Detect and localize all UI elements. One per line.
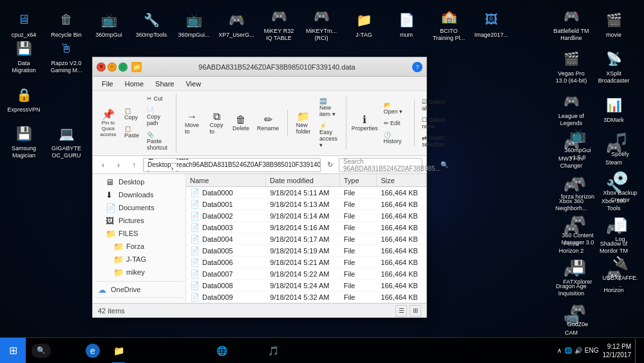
ribbon-cut-button[interactable]: ✂ Cut bbox=[144, 93, 171, 104]
desktop-icon-mikeytm[interactable]: 🎮 MiKEYTm... (RCi) bbox=[301, 3, 342, 44]
start-button[interactable]: ⊞ bbox=[0, 338, 26, 364]
ribbon-pin-button[interactable]: 📌 Pin to Quickaccess bbox=[97, 108, 120, 139]
nav-item-files[interactable]: 📁 FILES bbox=[93, 227, 185, 240]
desktop-icon-spotify[interactable]: 🎵 Spotify bbox=[600, 123, 641, 164]
minimize-button[interactable]: − bbox=[108, 63, 117, 72]
desktop-icon-360content[interactable]: 🎮 360 Content Manager 3.0 bbox=[557, 208, 598, 249]
ribbon-open-button[interactable]: 📂 Open ▾ bbox=[381, 100, 410, 117]
ribbon-selectnone-button[interactable]: ☐ Select none bbox=[419, 115, 448, 132]
address-path[interactable]: 🖥 Desktop › ... › halo reach › 96ABDA831… bbox=[143, 158, 321, 172]
taskbar-app2[interactable]: 🎵 bbox=[260, 338, 286, 364]
taskbar-app1[interactable]: ▣ bbox=[234, 338, 260, 364]
table-row[interactable]: 📄 Data0008 9/18/2014 5:24 AM File 166,46… bbox=[186, 280, 426, 291]
nav-item-pictures[interactable]: 🖼 Pictures bbox=[93, 214, 185, 227]
desktop-icon-360mpgui1[interactable]: 📺 360mpGui bbox=[88, 3, 129, 44]
desktop-icon-vegas[interactable]: 🎬 Vegas Pro 13.0 (64-bit) bbox=[551, 46, 592, 87]
ribbon-copyto-button[interactable]: ⧉ Copyto bbox=[205, 110, 228, 137]
desktop-icon-forza-h[interactable]: 🎮 forza horizon bbox=[557, 165, 598, 206]
ribbon-selectall-button[interactable]: ☑ Select all bbox=[419, 97, 448, 113]
desktop-icon-bcito[interactable]: 🏫 BCITO Training Pl... bbox=[428, 3, 469, 44]
nav-item-desktop[interactable]: 🖥 Desktop bbox=[93, 175, 185, 188]
menu-file[interactable]: File bbox=[97, 79, 118, 89]
nav-item-onedrive[interactable]: ☁ OneDrive bbox=[93, 283, 185, 296]
tray-volume[interactable]: 🔊 bbox=[574, 347, 582, 354]
tray-network[interactable]: 🌐 bbox=[564, 347, 572, 354]
table-row[interactable]: 📄 Data0006 9/18/2014 5:21 AM File 166,46… bbox=[186, 257, 426, 268]
nav-item-downloads[interactable]: ⬇ Downloads bbox=[93, 188, 185, 201]
desktop-icon-image2017[interactable]: 🖼 Image2017... bbox=[471, 3, 512, 44]
desktop-icon-xbox-backup[interactable]: 💿 Xbox Backup Creator bbox=[600, 165, 641, 206]
ribbon-properties-button[interactable]: ℹ Properties bbox=[350, 113, 379, 133]
table-row[interactable]: 📄 Data0005 9/18/2014 5:19 AM File 166,46… bbox=[186, 245, 426, 257]
col-header-type[interactable]: Type bbox=[340, 174, 377, 186]
taskbar-explorer[interactable]: 📁 bbox=[106, 338, 131, 364]
nav-up-button[interactable]: ↑ bbox=[128, 159, 140, 172]
desktop-icon-360mpgui2[interactable]: 📺 360mpGui... bbox=[173, 3, 214, 44]
desktop-icon-360mptools[interactable]: 🔧 360mpTools bbox=[131, 3, 172, 44]
taskbar-itunes[interactable]: ♪ bbox=[183, 338, 209, 364]
nav-back-button[interactable]: ‹ bbox=[97, 159, 109, 172]
tray-up-arrow[interactable]: ∧ bbox=[557, 347, 562, 354]
desktop-icon-xp7[interactable]: 🎮 XP7_UserG... bbox=[216, 3, 257, 44]
ribbon-newitem-button[interactable]: 🆕 New item ▾ bbox=[316, 96, 341, 119]
desktop-icon-fatxplorer[interactable]: 💾 FATXplorer bbox=[557, 250, 598, 291]
desktop-icon-jtag[interactable]: 📁 J-TAG bbox=[343, 3, 384, 44]
col-header-date[interactable]: Date modified bbox=[266, 174, 340, 186]
help-icon[interactable]: ? bbox=[412, 62, 422, 72]
search-box[interactable]: Search 96ABDA831B5246Z0AF38B985... 🔍 bbox=[339, 158, 422, 172]
taskbar-chrome[interactable]: 🌐 bbox=[209, 338, 234, 364]
desktop-icon-battlefield[interactable]: 🎮 Battlefield TM Hardline bbox=[551, 3, 592, 44]
table-row[interactable]: 📄 Data0002 9/18/2014 5:14 AM File 166,46… bbox=[186, 210, 426, 222]
col-header-size[interactable]: Size bbox=[377, 174, 426, 186]
desktop-icon-godz0e[interactable]: 🎮 GodZ0e bbox=[557, 293, 598, 334]
refresh-button[interactable]: ↻ bbox=[323, 161, 336, 169]
ribbon-copypath-button[interactable]: 📄 Copy path bbox=[144, 105, 171, 128]
ribbon-pasteshortcut-button[interactable]: 📎 Paste shortcut bbox=[144, 130, 171, 153]
ribbon-paste-button[interactable]: 📋 Paste bbox=[121, 124, 142, 141]
desktop-icon-movie[interactable]: 🎬 movie bbox=[593, 3, 634, 44]
desktop-icon-rapzo[interactable]: 🖱 Rapzo V2.0 Gaming M... bbox=[46, 35, 87, 77]
tray-lang[interactable]: ENG bbox=[585, 347, 599, 354]
table-row[interactable]: 📄 Data0001 9/18/2014 5:13 AM File 166,46… bbox=[186, 199, 426, 210]
taskbar-search[interactable]: 🔍 bbox=[28, 338, 54, 364]
desktop-icon-mum[interactable]: 📄 mum bbox=[386, 3, 427, 44]
taskbar-mail[interactable]: ✉ bbox=[157, 338, 183, 364]
table-row[interactable]: 📄 Data0003 9/18/2014 5:16 AM File 166,46… bbox=[186, 222, 426, 233]
detail-view-button[interactable]: ⊞ bbox=[410, 305, 421, 317]
ribbon-rename-button[interactable]: ✏ Rename bbox=[254, 113, 282, 133]
ribbon-newfolder-button[interactable]: 📁 Newfolder bbox=[292, 110, 315, 137]
desktop-icon-datamigration[interactable]: 💾 Data Migration bbox=[3, 35, 44, 77]
list-view-button[interactable]: ☰ bbox=[395, 305, 407, 317]
maximize-button[interactable]: □ bbox=[118, 63, 128, 72]
taskbar-time[interactable]: 9:12 PM 12/1/2017 bbox=[603, 342, 632, 359]
menu-home[interactable]: Home bbox=[120, 79, 149, 89]
nav-item-documents[interactable]: 📄 Documents bbox=[93, 201, 185, 214]
desktop-icon-expressvpn[interactable]: 🔒 ExpressVPN bbox=[3, 78, 44, 119]
taskbar-taskview[interactable]: ⧉ bbox=[54, 338, 80, 364]
nav-item-mikey[interactable]: 📁 mikey bbox=[93, 266, 185, 279]
close-button[interactable]: ✕ bbox=[97, 63, 106, 72]
nav-item-forza[interactable]: 📁 Forza bbox=[93, 240, 185, 253]
menu-view[interactable]: View bbox=[180, 79, 206, 89]
ribbon-edit-button[interactable]: ✏ Edit bbox=[381, 118, 410, 128]
table-row[interactable]: 📄 Data0007 9/18/2014 5:22 AM File 166,46… bbox=[186, 268, 426, 280]
ribbon-moveto-button[interactable]: → Moveto bbox=[180, 110, 204, 137]
desktop-icon-samsung[interactable]: 💾 Samsung Magician bbox=[3, 121, 44, 162]
desktop-icon-xsplit-b[interactable]: 📡 XSplit Broadcaster bbox=[593, 46, 634, 87]
ribbon-copy-button[interactable]: 📋 Copy bbox=[121, 106, 142, 123]
ribbon-easyaccess-button[interactable]: ⚡ Easy access ▾ bbox=[316, 121, 341, 150]
ribbon-history-button[interactable]: 🕐 History bbox=[381, 130, 410, 146]
ribbon-invertselection-button[interactable]: ⇄ Invert selection bbox=[419, 133, 448, 150]
desktop-icon-gigabyte[interactable]: 💻 GIGABYTE OC_GURU bbox=[46, 121, 87, 162]
desktop-icon-log[interactable]: 📄 Log bbox=[600, 208, 641, 249]
col-header-name[interactable]: Name bbox=[186, 174, 266, 186]
taskbar-edge[interactable]: e bbox=[80, 338, 106, 364]
show-desktop-button[interactable] bbox=[635, 338, 639, 363]
nav-item-jtag[interactable]: 📁 J-TAG bbox=[93, 253, 185, 266]
desktop-icon-360mpgui-v[interactable]: 📺 360mpGui v1.5.0 bbox=[557, 123, 598, 164]
menu-share[interactable]: Share bbox=[150, 79, 179, 89]
ribbon-delete-button[interactable]: 🗑 Delete bbox=[229, 113, 252, 133]
table-row[interactable]: 📄 Data0000 9/18/2014 5:11 AM File 166,46… bbox=[186, 187, 426, 199]
table-row[interactable]: 📄 Data0009 9/18/2014 5:32 AM File 166,46… bbox=[186, 291, 426, 303]
taskbar-settings[interactable]: ⚙ bbox=[131, 338, 157, 364]
